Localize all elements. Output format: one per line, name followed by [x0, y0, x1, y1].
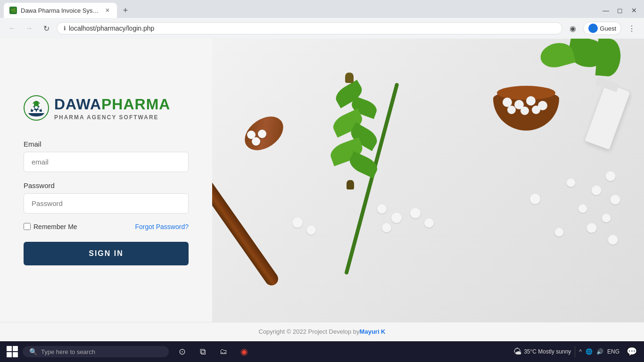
logo-pharma: PHARMA	[101, 96, 170, 113]
new-tab-button[interactable]: +	[119, 4, 132, 17]
browser-menu-button[interactable]: ⋮	[625, 22, 638, 35]
weather-icon: 🌤	[513, 347, 522, 357]
svg-point-6	[37, 110, 40, 113]
logo-dawa: DAWA	[54, 96, 101, 113]
tab-title: Dawa Pharma Invoice System - M	[21, 7, 100, 14]
reload-button[interactable]: ↻	[40, 22, 53, 35]
taskbar: 🔍 Type here to search ⊙ ⧉ 🗂 ◉ 🌤 35°C Mos…	[0, 341, 644, 362]
back-button[interactable]: ←	[6, 22, 19, 35]
lock-icon: ℹ	[64, 25, 66, 32]
extensions-button[interactable]: ◉	[566, 22, 579, 35]
image-panel	[212, 39, 644, 322]
browser-addressbar: ← → ↻ ℹ localhost/pharmacy/login.php ◉ 👤…	[0, 18, 644, 39]
taskbar-volume-icon[interactable]: 🔊	[596, 348, 603, 355]
minimize-button[interactable]: ―	[600, 4, 612, 16]
start-button[interactable]	[4, 343, 21, 360]
svg-point-3	[35, 106, 38, 109]
profile-button[interactable]: 👤 Guest	[583, 22, 621, 35]
taskbar-search-text: Type here to search	[41, 348, 95, 355]
tab-favicon: 🌿	[9, 7, 17, 14]
logo-main: DAWA PHARMA PHARMA AGENCY SOFTWARE	[24, 95, 170, 121]
taskbar-cortana-icon[interactable]: ⊙	[173, 343, 190, 360]
taskbar-network-icon[interactable]: 🌐	[586, 348, 593, 355]
svg-point-5	[33, 110, 36, 113]
footer-text: Copyright © 2022 Project Develop by	[259, 328, 360, 335]
taskbar-search-box[interactable]: 🔍 Type here to search	[23, 346, 169, 357]
password-input[interactable]	[24, 193, 189, 214]
logo-container: DAWA PHARMA PHARMA AGENCY SOFTWARE	[24, 95, 189, 121]
close-window-button[interactable]: ✕	[628, 4, 640, 16]
network-icon: 🌐	[586, 348, 593, 355]
taskbar-notification-button[interactable]: 💬	[623, 343, 640, 360]
profile-name: Guest	[600, 25, 616, 32]
maximize-button[interactable]: ◻	[614, 4, 626, 16]
sign-in-button[interactable]: SIGN IN	[24, 242, 189, 265]
forgot-password-link[interactable]: Forgot Password?	[135, 223, 189, 230]
email-form-group: Email	[24, 140, 189, 172]
form-options: Remember Me Forgot Password?	[24, 223, 189, 230]
window-controls: ― ◻ ✕	[600, 4, 640, 16]
taskbar-task-view-icon[interactable]: ⧉	[194, 343, 211, 360]
remember-me-label: Remember Me	[33, 223, 77, 230]
password-form-group: Password	[24, 181, 189, 214]
taskbar-weather[interactable]: 🌤 35°C Mostly sunny	[513, 347, 571, 357]
tab-bar: 🌿 Dawa Pharma Invoice System - M ✕ +	[4, 3, 600, 18]
page-content: DAWA PHARMA PHARMA AGENCY SOFTWARE Email…	[0, 39, 644, 322]
svg-point-2	[32, 107, 34, 110]
tray-show-hidden-icon: ^	[579, 348, 582, 355]
taskbar-language[interactable]: ENG	[607, 348, 619, 355]
email-label: Email	[24, 140, 189, 148]
language-text: ENG	[607, 348, 619, 355]
taskbar-file-explorer-icon[interactable]: 🗂	[215, 343, 232, 360]
taskbar-system-tray[interactable]: ^	[579, 348, 582, 355]
taskbar-pinned-icons: ⊙ ⧉ 🗂 ◉	[173, 343, 253, 360]
taskbar-weather-text: 35°C Mostly sunny	[524, 348, 571, 355]
browser-tab[interactable]: 🌿 Dawa Pharma Invoice System - M ✕	[4, 3, 117, 18]
email-input[interactable]	[24, 152, 189, 172]
login-panel: DAWA PHARMA PHARMA AGENCY SOFTWARE Email…	[0, 39, 212, 322]
volume-icon: 🔊	[596, 348, 603, 355]
logo-subtitle: PHARMA AGENCY SOFTWARE	[54, 114, 170, 121]
taskbar-chrome-icon[interactable]: ◉	[236, 343, 253, 360]
forward-button[interactable]: →	[23, 22, 36, 35]
browser-chrome: 🌿 Dawa Pharma Invoice System - M ✕ + ― ◻…	[0, 0, 644, 39]
footer-author-link[interactable]: Mayuri K	[360, 328, 386, 335]
taskbar-right: 🌤 35°C Mostly sunny ^ 🌐 🔊 ENG 💬	[513, 343, 640, 360]
page-footer: Copyright © 2022 Project Develop by Mayu…	[0, 322, 644, 341]
browser-titlebar: 🌿 Dawa Pharma Invoice System - M ✕ + ― ◻…	[0, 0, 644, 18]
password-label: Password	[24, 181, 189, 189]
logo-text: DAWA PHARMA PHARMA AGENCY SOFTWARE	[54, 96, 170, 121]
windows-logo	[7, 346, 18, 357]
taskbar-search-icon: 🔍	[29, 348, 37, 355]
pharmacy-image	[212, 39, 644, 322]
logo-icon	[24, 95, 50, 121]
address-bar[interactable]: ℹ localhost/pharmacy/login.php	[57, 22, 562, 34]
remember-me-group: Remember Me	[24, 223, 77, 230]
remember-me-checkbox[interactable]	[24, 223, 31, 230]
url-text: localhost/pharmacy/login.php	[69, 25, 154, 32]
tab-close-button[interactable]: ✕	[104, 7, 111, 14]
svg-point-4	[38, 107, 41, 110]
profile-icon: 👤	[588, 24, 598, 33]
